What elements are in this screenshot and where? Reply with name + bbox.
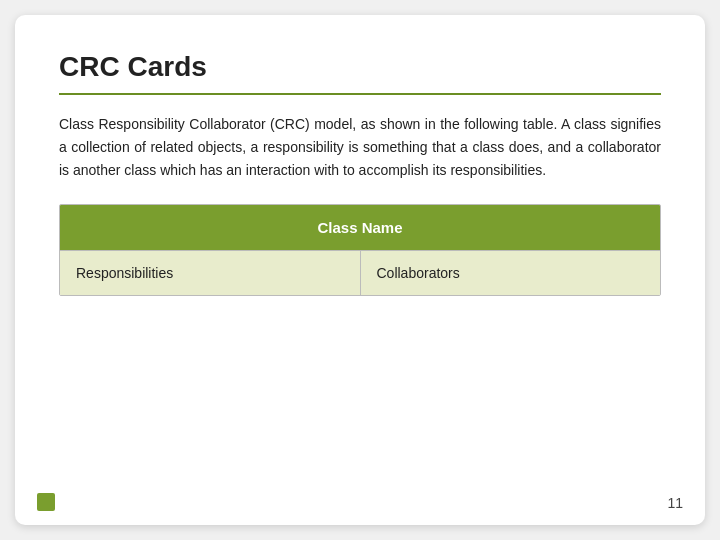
slide-container: CRC Cards Class Responsibility Collabora… bbox=[15, 15, 705, 525]
crc-card: Class Name Responsibilities Collaborator… bbox=[59, 204, 661, 296]
slide-body-text: Class Responsibility Collaborator (CRC) … bbox=[59, 113, 661, 182]
slide-page-indicator bbox=[37, 493, 55, 511]
slide-title: CRC Cards bbox=[59, 51, 661, 83]
crc-card-header: Class Name bbox=[60, 205, 660, 250]
crc-card-responsibilities: Responsibilities bbox=[60, 250, 361, 295]
title-divider bbox=[59, 93, 661, 95]
crc-card-collaborators: Collaborators bbox=[361, 250, 661, 295]
slide-page-number: 11 bbox=[667, 495, 683, 511]
crc-card-body: Responsibilities Collaborators bbox=[60, 250, 660, 295]
